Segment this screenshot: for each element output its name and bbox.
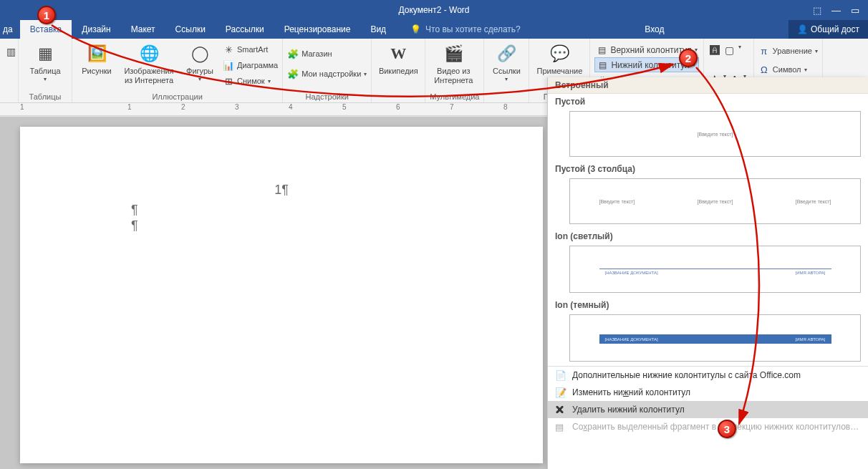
- marker-3: 3: [718, 420, 736, 438]
- store-button[interactable]: 🧩Магазин: [287, 47, 367, 61]
- group-tables: Таблицы: [23, 91, 67, 102]
- delete-icon: 🗙: [555, 405, 566, 416]
- save-icon: ▤: [555, 422, 566, 433]
- table-button[interactable]: ▦ Таблица▾: [23, 41, 67, 91]
- restore-down-icon[interactable]: ⬚: [813, 5, 821, 16]
- chart-button[interactable]: 📊Диаграмма: [223, 58, 278, 72]
- my-addins-button[interactable]: 🧩Мои надстройки ▾: [287, 67, 367, 81]
- share-icon: 👤: [797, 24, 808, 34]
- shapes-icon: ◯: [188, 42, 211, 65]
- footer-gallery: Встроенный Пустой [Введите текст] Пустой…: [547, 77, 868, 469]
- ribbon-tabs: да ▾ Вставка Дизайн Макет Ссылки Рассылк…: [0, 20, 868, 39]
- wikipedia-button[interactable]: W Википедия: [376, 41, 420, 100]
- link-icon: 🔗: [495, 42, 518, 65]
- links-button[interactable]: 🔗 Ссылки▾: [488, 41, 524, 100]
- group-illustrations: Иллюстрации: [77, 91, 278, 102]
- symbol-icon: Ω: [758, 64, 770, 75]
- smartart-icon: ✳: [223, 44, 234, 55]
- edit-icon: 📝: [555, 387, 566, 399]
- pictures-button[interactable]: 🖼️ Рисунки: [77, 41, 117, 91]
- paragraph-mark: ¶: [131, 218, 138, 233]
- office-icon: 📄: [555, 370, 566, 382]
- header-icon: ▤: [596, 44, 607, 56]
- video-icon: 🎬: [442, 42, 465, 65]
- screenshot-icon: ⊞: [223, 75, 234, 87]
- gallery-ion-light-label: Ion (светлый): [548, 228, 868, 244]
- page[interactable]: 1¶ ¶ ¶: [20, 127, 543, 463]
- window-title: Документ2 - Word: [398, 5, 469, 15]
- table-icon: ▦: [34, 42, 57, 65]
- save-selection-footer: ▤ Сохранить выделенный фрагмент в коллек…: [548, 418, 868, 435]
- marker-2: 2: [679, 49, 698, 67]
- tab-mailings[interactable]: Рассылки: [216, 20, 274, 39]
- footer-icon: ▤: [597, 59, 608, 71]
- footer-template-ion-light[interactable]: [НАЗВАНИЕ ДОКУМЕНТА][ИМЯ АВТОРА]: [569, 246, 861, 293]
- gallery-ion-dark-label: Ion (темный): [548, 297, 868, 313]
- shapes-button[interactable]: ◯ Фигуры▾: [181, 41, 218, 91]
- tell-me-search[interactable]: 💡 Что вы хотите сделать?: [410, 20, 521, 39]
- gallery-builtin-header: Встроенный: [548, 77, 868, 94]
- online-pictures-button[interactable]: 🌐 Изображения из Интернета: [121, 41, 177, 91]
- equation-icon: π: [758, 45, 770, 57]
- footer-template-blank3[interactable]: [Введите текст] [Введите текст] [Введите…: [569, 178, 861, 224]
- marker-1: 1: [37, 6, 56, 24]
- edit-footer[interactable]: 📝 Изменить нижний колонтитул: [548, 384, 868, 401]
- minimize-icon[interactable]: —: [831, 5, 841, 16]
- group-addins: Надстройки: [287, 91, 367, 102]
- textbox-icon[interactable]: 🅰: [708, 44, 721, 57]
- equation-button[interactable]: πУравнение ▾: [758, 44, 818, 58]
- store-icon: 🧩: [287, 48, 299, 59]
- tab-cut[interactable]: да ▾: [0, 20, 20, 39]
- title-bar: Документ2 - Word ⬚ — ▭: [0, 0, 868, 20]
- tab-design[interactable]: Дизайн: [72, 20, 120, 39]
- comment-icon: 💬: [548, 42, 571, 65]
- login-link[interactable]: Вход: [636, 20, 672, 39]
- quickparts-icon[interactable]: ▢: [723, 44, 736, 57]
- footer-template-ion-dark[interactable]: [НАЗВАНИЕ ДОКУМЕНТА][ИМЯ АВТОРА]: [569, 314, 861, 362]
- footer-template-blank[interactable]: [Введите текст]: [569, 111, 861, 157]
- more-footers-office[interactable]: 📄 Дополнительные нижние колонтитулы с са…: [548, 367, 868, 384]
- paragraph-mark: ¶: [131, 203, 138, 218]
- pictures-icon: 🖼️: [85, 42, 108, 65]
- symbol-button[interactable]: ΩСимвол ▾: [758, 62, 818, 77]
- share-button[interactable]: 👤 Общий дост: [789, 20, 868, 39]
- smartart-button[interactable]: ✳SmartArt: [223, 42, 278, 57]
- bulb-icon: 💡: [410, 24, 421, 34]
- online-pictures-icon: 🌐: [138, 42, 160, 65]
- tab-review[interactable]: Рецензирование: [274, 20, 361, 39]
- online-video-button[interactable]: 🎬 Видео из Интернета: [430, 41, 477, 91]
- maximize-icon[interactable]: ▭: [851, 5, 859, 16]
- tab-view[interactable]: Вид: [360, 20, 396, 39]
- tab-layout[interactable]: Макет: [121, 20, 165, 39]
- tab-references[interactable]: Ссылки: [165, 20, 216, 39]
- wikipedia-icon: W: [387, 42, 410, 65]
- addins-icon: 🧩: [287, 68, 299, 79]
- gallery-blank-label: Пустой: [548, 94, 868, 110]
- cover-page-icon[interactable]: ▥: [4, 45, 17, 58]
- chart-icon: 📊: [223, 59, 234, 71]
- group-media: Мультимедиа: [430, 91, 479, 102]
- gallery-blank3-label: Пустой (3 столбца): [548, 161, 868, 177]
- delete-footer[interactable]: 🗙 Удалить нижний колонтитул: [548, 401, 868, 418]
- page-number-text: 1¶: [274, 183, 289, 198]
- screenshot-button[interactable]: ⊞Снимок▾: [223, 74, 278, 88]
